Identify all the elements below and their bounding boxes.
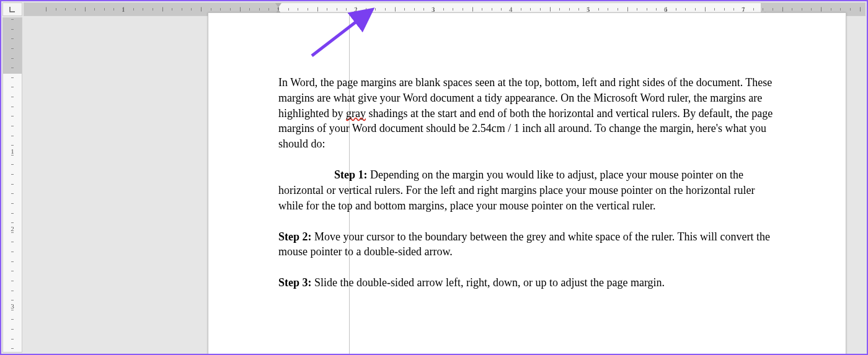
vertical-ruler[interactable]: 123 <box>2 17 22 353</box>
document-workspace: In Word, the page margins are blank spac… <box>24 17 866 353</box>
vruler-number: 3 <box>11 302 14 310</box>
step-label: Step 2: <box>278 230 312 243</box>
document-page[interactable]: In Word, the page margins are blank spac… <box>208 12 846 355</box>
paragraph-step3[interactable]: Step 3: Slide the double-sided arrow lef… <box>278 275 774 291</box>
text-run: Move your cursor to the boundary between… <box>278 230 770 258</box>
page-body[interactable]: In Word, the page margins are blank spac… <box>278 75 774 291</box>
text-run: Slide the double-sided arrow left, right… <box>312 276 665 289</box>
paragraph-intro[interactable]: In Word, the page margins are blank spac… <box>278 75 774 152</box>
vruler-top-margin-region[interactable] <box>3 18 22 74</box>
step-label: Step 3: <box>278 276 312 289</box>
vruler-number: 2 <box>11 225 14 232</box>
vruler-number: 1 <box>11 147 14 155</box>
paragraph-step2[interactable]: Step 2: Move your cursor to the boundary… <box>278 229 774 260</box>
step-label: Step 1: <box>334 169 368 181</box>
paragraph-step1[interactable]: Step 1: Depending on the margin you woul… <box>278 167 774 213</box>
tab-stop-left-icon <box>9 6 16 12</box>
cursor-vertical-guide <box>349 12 350 355</box>
first-line-indent-marker[interactable] <box>275 3 281 7</box>
tab-stop-selector[interactable] <box>2 2 22 16</box>
